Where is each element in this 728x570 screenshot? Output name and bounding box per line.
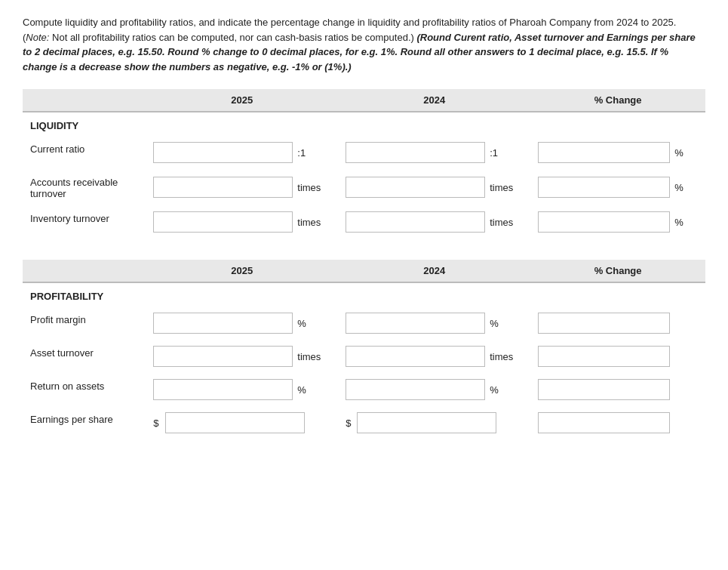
inv-turnover-pct-input[interactable] [538,211,670,233]
profitability-header-row: 2025 2024 % Change [23,260,705,282]
current-ratio-pct-unit: % [674,147,683,159]
current-ratio-2025-unit: :1 [297,147,306,159]
ar-turnover-2025-unit: times [297,182,321,193]
ar-turnover-pct-unit: % [674,182,683,193]
ar-turnover-label: Accounts receivable turnover [23,169,146,205]
ar-turnover-pct-cell: % [530,169,705,205]
eps-2025-input[interactable] [165,412,305,433]
return-on-assets-2024-unit: % [490,384,499,396]
current-ratio-pct-input[interactable] [538,142,670,163]
profit-margin-2024-cell: % [338,307,530,340]
ar-turnover-2024-cell: times [338,169,530,205]
instructions: Compute liquidity and profitability rati… [23,15,705,74]
profit-margin-2025-input[interactable] [153,313,293,334]
ar-turnover-2025-input[interactable] [153,177,293,198]
profitability-table: 2025 2024 % Change PROFITABILITY Profit … [23,260,705,439]
return-on-assets-2024-cell: % [338,373,530,406]
table-row: Return on assets % % [23,373,705,406]
current-ratio-2025-cell: :1 [146,136,338,169]
inv-turnover-2025-unit: times [297,217,321,228]
current-ratio-2024-input[interactable] [346,142,485,163]
inv-turnover-pct-unit: % [674,217,683,228]
profit-margin-pct-input[interactable] [538,313,670,334]
eps-2025-cell: $ [146,406,338,439]
inv-turnover-2024-unit: times [490,217,513,228]
table-row: Accounts receivable turnover times times… [23,169,705,205]
profitability-section-label-row: PROFITABILITY [23,282,705,307]
asset-turnover-pct-cell [530,340,705,373]
liquidity-table: 2025 2024 % Change LIQUIDITY Current rat… [23,89,705,239]
return-on-assets-pct-input[interactable] [538,379,670,400]
profit-margin-label: Profit margin [23,307,146,340]
profit-margin-2024-input[interactable] [346,313,485,334]
profitability-header-2024: 2024 [338,260,530,282]
eps-2024-dollar: $ [346,417,351,429]
table-row: Profit margin % % [23,307,705,340]
asset-turnover-2024-unit: times [490,351,513,362]
return-on-assets-2025-input[interactable] [153,379,293,400]
inv-turnover-2025-cell: times [146,205,338,239]
liquidity-header-pct: % Change [530,89,705,112]
profitability-section-label: PROFITABILITY [23,282,705,307]
current-ratio-2025-input[interactable] [153,142,293,163]
asset-turnover-2024-cell: times [338,340,530,373]
profitability-header-pct: % Change [530,260,705,282]
return-on-assets-label: Return on assets [23,373,146,406]
inv-turnover-2024-input[interactable] [346,211,485,233]
return-on-assets-2025-cell: % [146,373,338,406]
eps-label: Earnings per share [23,406,146,439]
asset-turnover-label: Asset turnover [23,340,146,373]
liquidity-header-label [23,89,146,112]
ar-turnover-2024-input[interactable] [346,177,485,198]
liquidity-section-label-row: LIQUIDITY [23,112,705,136]
return-on-assets-pct-cell [530,373,705,406]
table-row: Earnings per share $ $ [23,406,705,439]
liquidity-header-2025: 2025 [146,89,338,112]
ar-turnover-pct-input[interactable] [538,177,670,198]
inv-turnover-2025-input[interactable] [153,211,293,233]
table-row: Inventory turnover times times % [23,205,705,239]
inv-turnover-2024-cell: times [338,205,530,239]
current-ratio-label: Current ratio [23,136,146,169]
liquidity-header-2024: 2024 [338,89,530,112]
ar-turnover-2025-cell: times [146,169,338,205]
profit-margin-2025-cell: % [146,307,338,340]
eps-pct-input[interactable] [538,412,670,433]
profit-margin-2025-unit: % [297,318,306,329]
return-on-assets-2024-input[interactable] [346,379,485,400]
current-ratio-2024-cell: :1 [338,136,530,169]
profit-margin-pct-cell [530,307,705,340]
asset-turnover-2025-unit: times [297,351,321,362]
eps-pct-cell [530,406,705,439]
asset-turnover-2024-input[interactable] [346,346,485,367]
inv-turnover-label: Inventory turnover [23,205,146,239]
profitability-header-2025: 2025 [146,260,338,282]
eps-2024-input[interactable] [357,412,496,433]
asset-turnover-2025-input[interactable] [153,346,293,367]
current-ratio-pct-cell: % [530,136,705,169]
current-ratio-2024-unit: :1 [490,147,498,159]
eps-2025-dollar: $ [153,417,158,429]
profit-margin-2024-unit: % [490,318,499,329]
eps-2024-cell: $ [338,406,530,439]
table-row: Current ratio :1 :1 % [23,136,705,169]
ar-turnover-2024-unit: times [490,182,513,193]
return-on-assets-2025-unit: % [297,384,306,396]
inv-turnover-pct-cell: % [530,205,705,239]
asset-turnover-2025-cell: times [146,340,338,373]
liquidity-header-row: 2025 2024 % Change [23,89,705,112]
table-row: Asset turnover times times [23,340,705,373]
profitability-header-label [23,260,146,282]
liquidity-section-label: LIQUIDITY [23,112,705,136]
asset-turnover-pct-input[interactable] [538,346,670,367]
